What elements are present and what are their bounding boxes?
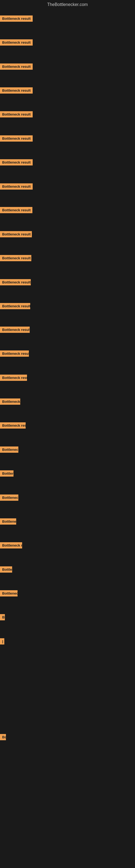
- bottleneck-label: Bottleneck result: [0, 39, 33, 45]
- bottleneck-label: Bottleneck: [0, 399, 20, 405]
- bottleneck-item: Bottlenec: [0, 495, 18, 502]
- bottleneck-item: Bottlene: [0, 518, 16, 526]
- bottleneck-item: Bottleneck: [0, 399, 20, 406]
- bottleneck-item: |: [0, 638, 4, 646]
- bottleneck-label: Bottle: [0, 566, 12, 572]
- bottleneck-label: Bottleneck result: [0, 303, 30, 309]
- bottleneck-item: Bottleneck result: [0, 111, 33, 119]
- bottleneck-label: Bottleneck result: [0, 63, 33, 70]
- site-title: TheBottlenecker.com: [0, 0, 135, 8]
- bottleneck-label: Bottleneck result: [0, 183, 33, 190]
- bottleneck-label: Bottleneck result: [0, 87, 33, 94]
- bottleneck-item: Bottleneck result: [0, 327, 30, 334]
- bottleneck-label: Bottlenec: [0, 590, 17, 596]
- bottleneck-item: Bottleneck res: [0, 422, 26, 430]
- bottleneck-item: Bottlenec: [0, 446, 18, 454]
- bottleneck-item: B: [0, 614, 5, 621]
- bottleneck-label: Bottlenec: [0, 495, 18, 501]
- bottleneck-item: Bottleneck result: [0, 207, 32, 214]
- bottleneck-label: Bottleneck result: [0, 159, 33, 165]
- bottleneck-item: Bottleneck result: [0, 183, 33, 191]
- bottleneck-label: Bottleneck resu: [0, 375, 27, 381]
- bottleneck-label: |: [0, 638, 4, 645]
- bottleneck-label: Bottleneck result: [0, 111, 33, 118]
- bottleneck-item: Bottleneck result: [0, 87, 33, 95]
- bottleneck-item: Bottleneck result: [0, 350, 29, 358]
- bottleneck-item: Bottleneck result: [0, 16, 33, 23]
- bottleneck-label: Bo: [0, 734, 6, 740]
- bottleneck-item: Bottlenec: [0, 590, 17, 597]
- bottleneck-item: Bottleneck result: [0, 255, 31, 262]
- bottleneck-item: Bottleneck result: [0, 159, 33, 166]
- bottleneck-item: Bottleneck result: [0, 279, 31, 286]
- bottleneck-label: Bottleneck result: [0, 16, 33, 22]
- bottleneck-label: Bottleneck result: [0, 350, 29, 357]
- bottleneck-label: B: [0, 614, 5, 620]
- bottleneck-label: Bottleneck result: [0, 231, 32, 237]
- bottleneck-item: Bottleneck result: [0, 39, 33, 46]
- bottleneck-item: Bottle: [0, 566, 12, 574]
- bottleneck-label: Bottlene: [0, 518, 16, 525]
- bottleneck-item: Bottleneck resu: [0, 375, 27, 382]
- bottleneck-item: Bottleneck result: [0, 303, 30, 310]
- bottleneck-label: Bottleneck res: [0, 422, 26, 429]
- bottleneck-item: Bottleneck r: [0, 542, 22, 550]
- bottleneck-label: Bottleneck result: [0, 255, 31, 261]
- bottleneck-item: Bottler: [0, 470, 13, 478]
- bottleneck-label: Bottleneck result: [0, 135, 33, 142]
- bottleneck-label: Bottleneck result: [0, 207, 32, 213]
- bottleneck-item: Bottleneck result: [0, 135, 33, 143]
- bottleneck-label: Bottleneck result: [0, 279, 31, 285]
- bottleneck-item: Bottleneck result: [0, 231, 32, 239]
- bottleneck-label: Bottleneck result: [0, 327, 30, 333]
- bottleneck-item: Bottleneck result: [0, 63, 33, 71]
- bottleneck-label: Bottleneck r: [0, 542, 22, 549]
- bottleneck-label: Bottler: [0, 470, 13, 476]
- bottleneck-label: Bottlenec: [0, 446, 18, 453]
- bottleneck-item: Bo: [0, 734, 6, 741]
